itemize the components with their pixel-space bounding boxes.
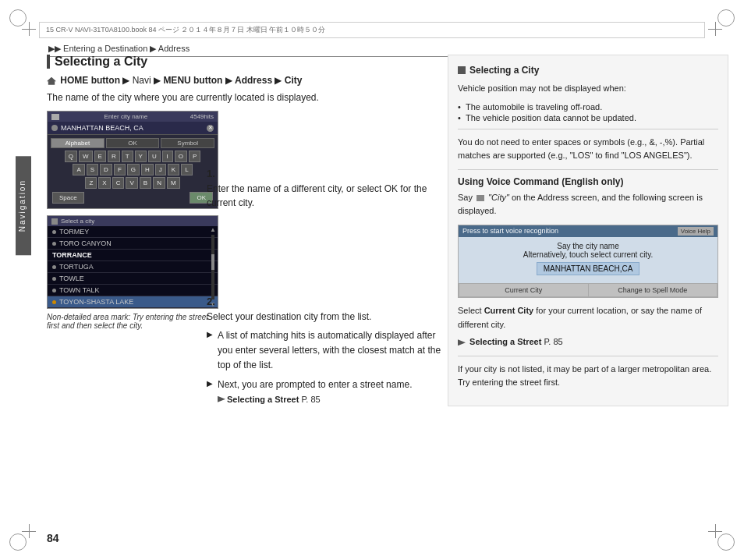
key-b[interactable]: B xyxy=(140,177,151,189)
right-link-icon xyxy=(458,339,466,346)
kb-row-3: Z X C V B N M xyxy=(50,177,215,189)
city-item-towle[interactable]: TOWLE xyxy=(48,273,218,285)
intro-text: The name of the city where you are curre… xyxy=(47,92,448,103)
key-x[interactable]: X xyxy=(98,177,110,189)
city-item-tormey[interactable]: TORMEY xyxy=(48,226,218,238)
kb-bottom-row: Space OK xyxy=(50,190,215,205)
bullet-icon xyxy=(52,277,56,281)
nav-path: HOME button ▶ Navi ▶ MENU button ▶ Addre… xyxy=(47,75,448,86)
key-c[interactable]: C xyxy=(112,177,125,189)
panel-caption: Non-detailed area mark: Try entering the… xyxy=(47,313,218,330)
key-e[interactable]: E xyxy=(94,151,106,162)
right-section-title-block: Selecting a City xyxy=(458,65,718,76)
panel1-icon xyxy=(51,114,59,120)
right-divider-1 xyxy=(458,129,718,129)
key-s[interactable]: S xyxy=(87,164,98,175)
voice-panel-title: Press to start voice recognition xyxy=(462,227,558,235)
key-d[interactable]: D xyxy=(100,164,112,175)
kb-row-2: A S D F G H J K L xyxy=(50,164,215,175)
step-1-block: 1. Enter the name of a different city, o… xyxy=(207,168,444,210)
enter-city-panel: Enter city name 4549hits MANHATTAN BEACH… xyxy=(47,111,218,209)
city-list-items: TORMEY TORO CANYON TORRANCE TORTUGA TOWL… xyxy=(48,226,218,308)
key-u[interactable]: U xyxy=(148,151,161,162)
step-link-icon xyxy=(218,396,225,402)
kb-tab-symbol[interactable]: Symbol xyxy=(161,138,214,148)
bullet-icon xyxy=(52,230,56,234)
crosshair-tr xyxy=(708,22,722,36)
input-icon xyxy=(51,125,58,131)
voice-command-icon-small xyxy=(477,195,484,201)
step-2-sub1: A list of matching hits is automatically… xyxy=(207,328,444,374)
key-f[interactable]: F xyxy=(114,164,126,175)
step-2-link[interactable]: Selecting a Street P. 85 xyxy=(207,395,321,404)
key-g[interactable]: G xyxy=(127,164,140,175)
key-t[interactable]: T xyxy=(122,151,133,162)
kb-tab-alphabet[interactable]: Alphabet xyxy=(51,138,105,148)
right-bottom-note: If your city is not listed, it may be pa… xyxy=(458,363,718,390)
city-panel-icon xyxy=(51,218,58,225)
key-y[interactable]: Y xyxy=(135,151,147,162)
panel1-input-value: MANHATTAN BEACH, CA xyxy=(61,124,207,132)
right-section-icon xyxy=(458,66,466,74)
key-v[interactable]: V xyxy=(126,177,137,189)
key-q[interactable]: Q xyxy=(65,151,77,162)
city-item-toro-canyon[interactable]: TORO CANYON xyxy=(48,238,218,250)
key-i[interactable]: I xyxy=(162,151,173,162)
city-item-torrance[interactable]: TORRANCE xyxy=(48,250,218,261)
right-divider-2 xyxy=(458,169,718,170)
space-button[interactable]: Space xyxy=(52,192,84,204)
crosshair-tl xyxy=(22,22,36,36)
key-l[interactable]: L xyxy=(181,164,192,175)
current-city-bold: Current City xyxy=(484,306,534,315)
step-2-text: Select your destination city from the li… xyxy=(207,310,444,324)
right-bullet-2: The vehicle position data cannot be upda… xyxy=(458,113,718,122)
sidebar-nav-label: Navigation xyxy=(16,156,31,255)
key-a[interactable]: A xyxy=(73,164,84,175)
panel1-counter: 4549hits xyxy=(190,113,214,120)
key-h[interactable]: H xyxy=(141,164,154,175)
voice-help-button[interactable]: Voice Help xyxy=(678,227,714,236)
current-city-button[interactable]: Current City xyxy=(459,283,589,297)
voice-panel: Press to start voice recognition Voice H… xyxy=(458,225,718,298)
step-2-sub2: Next, you are prompted to enter a street… xyxy=(207,377,444,392)
panel1-input-row: MANHATTAN BEACH, CA ✕ xyxy=(48,122,218,135)
city-list-title: Select a city xyxy=(48,216,218,226)
city-item-tortuga[interactable]: TORTUGA xyxy=(48,261,218,273)
bullet-icon xyxy=(52,265,56,269)
city-item-toyon-shasta[interactable]: TOYON-SHASTA LAKE xyxy=(48,296,218,308)
section-title: Selecting a City xyxy=(55,55,147,69)
right-link-text: Selecting a Street xyxy=(469,337,541,346)
key-w[interactable]: W xyxy=(79,151,93,162)
key-z[interactable]: Z xyxy=(85,177,97,189)
keyboard-area: Alphabet OK Symbol Q W E R T Y U I O P A… xyxy=(48,135,218,208)
kb-tabs: Alphabet OK Symbol xyxy=(50,138,215,148)
key-j[interactable]: J xyxy=(155,164,166,175)
right-bullet-1: The automobile is traveling off-road. xyxy=(458,102,718,112)
key-p[interactable]: P xyxy=(189,151,200,162)
voice-panel-buttons: Current City Change to Spell Mode xyxy=(459,283,717,297)
city-item-town-talk[interactable]: TOWN TALK xyxy=(48,285,218,296)
key-k[interactable]: K xyxy=(168,164,179,175)
key-m[interactable]: M xyxy=(167,177,180,189)
step-2-block: 2. Select your destination city from the… xyxy=(207,296,444,405)
city-list-panel: Select a city TORMEY TORO CANYON TORRANC… xyxy=(47,215,218,309)
step-1-text: Enter the name of a different city, or s… xyxy=(207,182,444,210)
key-o[interactable]: O xyxy=(175,151,187,162)
right-street-link[interactable]: Selecting a Street P. 85 xyxy=(458,335,718,349)
panel1-clear-btn[interactable]: ✕ xyxy=(207,125,214,132)
key-n[interactable]: N xyxy=(153,177,165,189)
change-to-spell-mode-button[interactable]: Change to Spell Mode xyxy=(589,283,718,297)
page-number: 84 xyxy=(47,532,59,544)
voice-panel-top: Press to start voice recognition Voice H… xyxy=(459,225,717,237)
bullet-icon xyxy=(52,289,56,292)
right-section-title: Selecting a City xyxy=(469,65,539,76)
step-2-num: 2. xyxy=(207,296,444,307)
key-r[interactable]: R xyxy=(108,151,120,162)
yellow-bullet-icon xyxy=(52,300,56,304)
crosshair-br xyxy=(708,524,722,538)
section-title-block: Selecting a City xyxy=(47,55,448,69)
home-icon xyxy=(47,77,56,85)
kb-tab-ok[interactable]: OK xyxy=(106,138,160,148)
step-2-link-text: Selecting a Street P. 85 xyxy=(227,395,321,404)
right-divider-3 xyxy=(458,356,718,356)
